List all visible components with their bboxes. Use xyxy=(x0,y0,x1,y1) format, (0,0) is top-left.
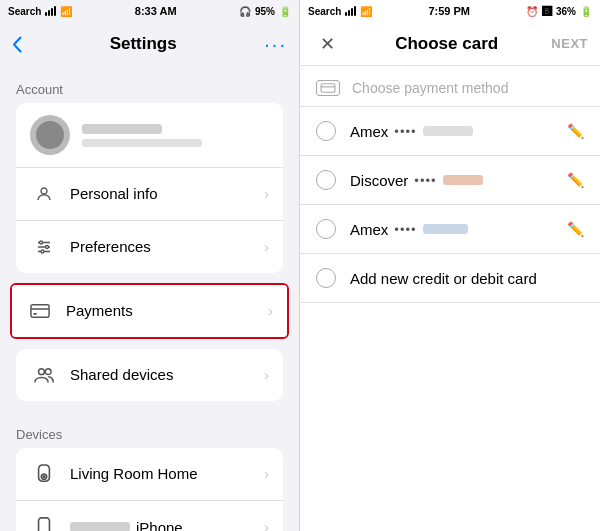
iphone-label: iPhone xyxy=(70,519,260,532)
person-icon xyxy=(30,180,58,208)
living-room-chevron-icon: › xyxy=(264,466,269,482)
right-time: 7:59 PM xyxy=(428,5,470,17)
left-status-right: 🎧 95% 🔋 xyxy=(239,6,291,17)
amex1-info: Amex •••• xyxy=(350,123,559,140)
close-button[interactable]: ✕ xyxy=(312,33,342,55)
amex2-info: Amex •••• xyxy=(350,221,559,238)
svg-point-0 xyxy=(41,188,47,194)
next-button[interactable]: NEXT xyxy=(551,36,588,51)
living-room-row[interactable]: Living Room Home › xyxy=(16,448,283,501)
avatar-inner xyxy=(36,121,64,149)
discover-name: Discover xyxy=(350,172,408,189)
right-top-nav: ✕ Choose card NEXT xyxy=(300,22,600,66)
amex1-dots: •••• xyxy=(394,124,416,139)
amex2-last4-blur xyxy=(423,224,468,234)
svg-rect-7 xyxy=(31,305,49,317)
right-battery-icon: 🔋 xyxy=(580,6,592,17)
svg-point-11 xyxy=(45,369,51,375)
left-top-nav: Settings ··· xyxy=(0,22,299,66)
choose-card-title: Choose card xyxy=(395,34,498,54)
account-section-header: Account xyxy=(0,66,299,103)
discover-dots: •••• xyxy=(414,173,436,188)
shared-devices-group: Shared devices › xyxy=(16,349,283,401)
amex1-last4-blur xyxy=(423,126,473,136)
right-alarm-icon: ⏰ xyxy=(526,6,538,17)
payment-method-icon xyxy=(316,80,340,96)
discover-last4-blur xyxy=(443,175,483,185)
right-app-name: Search xyxy=(308,6,341,17)
page-title: Settings xyxy=(110,34,177,54)
svg-point-10 xyxy=(39,369,45,375)
svg-point-6 xyxy=(41,250,44,253)
discover-edit-icon[interactable]: ✏️ xyxy=(567,172,584,188)
payments-wrapper: Payments › xyxy=(10,283,289,339)
amex2-edit-icon[interactable]: ✏️ xyxy=(567,221,584,237)
back-button[interactable] xyxy=(12,36,22,53)
svg-point-5 xyxy=(46,246,49,249)
iphone-row[interactable]: iPhone › xyxy=(16,501,283,531)
right-status-right: ⏰ 🅱 36% 🔋 xyxy=(526,6,592,17)
speaker-icon xyxy=(30,460,58,488)
preferences-label: Preferences xyxy=(70,238,260,256)
iphone-chevron-icon: › xyxy=(264,519,269,531)
amex2-dots: •••• xyxy=(394,222,416,237)
amex2-name: Amex xyxy=(350,221,388,238)
amex2-radio[interactable] xyxy=(316,219,336,239)
living-room-label: Living Room Home xyxy=(70,465,260,483)
right-battery-percent: 36% xyxy=(556,6,576,17)
amex1-edit-icon[interactable]: ✏️ xyxy=(567,123,584,139)
devices-group: Living Room Home › iPhone › xyxy=(16,448,283,531)
personal-info-row[interactable]: Personal info › xyxy=(16,168,283,221)
left-panel: Search 📶 8:33 AM 🎧 95% 🔋 Settings ··· xyxy=(0,0,300,531)
payments-row[interactable]: Payments › xyxy=(12,285,287,337)
sliders-icon xyxy=(30,233,58,261)
battery-percent: 95% xyxy=(255,6,275,17)
amex1-radio[interactable] xyxy=(316,121,336,141)
add-card-row[interactable]: Add new credit or debit card xyxy=(300,254,600,303)
left-app-name: Search xyxy=(8,6,41,17)
svg-rect-15 xyxy=(39,518,50,531)
payments-chevron-icon: › xyxy=(268,303,273,319)
right-bluetooth-icon: 🅱 xyxy=(542,6,552,17)
amex2-card-row[interactable]: Amex •••• ✏️ xyxy=(300,205,600,254)
svg-rect-17 xyxy=(321,84,335,92)
personal-info-chevron-icon: › xyxy=(264,186,269,202)
account-info xyxy=(82,124,269,147)
add-card-radio[interactable] xyxy=(316,268,336,288)
iphone-name-blur xyxy=(70,522,130,531)
avatar xyxy=(30,115,70,155)
account-profile-row[interactable] xyxy=(16,103,283,168)
shared-devices-row[interactable]: Shared devices › xyxy=(16,349,283,401)
right-status-bar: Search 📶 7:59 PM ⏰ 🅱 36% 🔋 xyxy=(300,0,600,22)
account-group: Personal info › Preferen xyxy=(16,103,283,273)
shared-devices-label: Shared devices xyxy=(70,366,260,384)
payments-label: Payments xyxy=(66,302,264,320)
settings-content: Account xyxy=(0,66,299,531)
svg-point-14 xyxy=(43,476,45,478)
svg-point-4 xyxy=(40,241,43,244)
battery-icon: 🔋 xyxy=(279,6,291,17)
account-email-blur xyxy=(82,139,202,147)
left-status-bar: Search 📶 8:33 AM 🎧 95% 🔋 xyxy=(0,0,299,22)
bluetooth-icon: 🎧 xyxy=(239,6,251,17)
phone-icon xyxy=(30,513,58,531)
more-button[interactable]: ··· xyxy=(264,33,287,56)
back-chevron-icon xyxy=(12,36,22,53)
payments-highlighted-box: Payments › xyxy=(10,283,289,339)
discover-card-row[interactable]: Discover •••• ✏️ xyxy=(300,156,600,205)
discover-radio[interactable] xyxy=(316,170,336,190)
svg-point-13 xyxy=(41,474,46,479)
preferences-row[interactable]: Preferences › xyxy=(16,221,283,273)
devices-section-header: Devices xyxy=(0,411,299,448)
right-signal-bars-icon xyxy=(345,6,356,16)
discover-info: Discover •••• xyxy=(350,172,559,189)
payment-method-label: Choose payment method xyxy=(352,80,508,96)
left-status-left: Search 📶 xyxy=(8,6,72,17)
wifi-icon: 📶 xyxy=(60,6,72,17)
preferences-chevron-icon: › xyxy=(264,239,269,255)
add-card-label: Add new credit or debit card xyxy=(350,270,537,287)
amex1-name: Amex xyxy=(350,123,388,140)
card-list: Choose payment method Amex •••• ✏️ Disco… xyxy=(300,66,600,531)
signal-bars-icon xyxy=(45,6,56,16)
amex1-card-row[interactable]: Amex •••• ✏️ xyxy=(300,107,600,156)
